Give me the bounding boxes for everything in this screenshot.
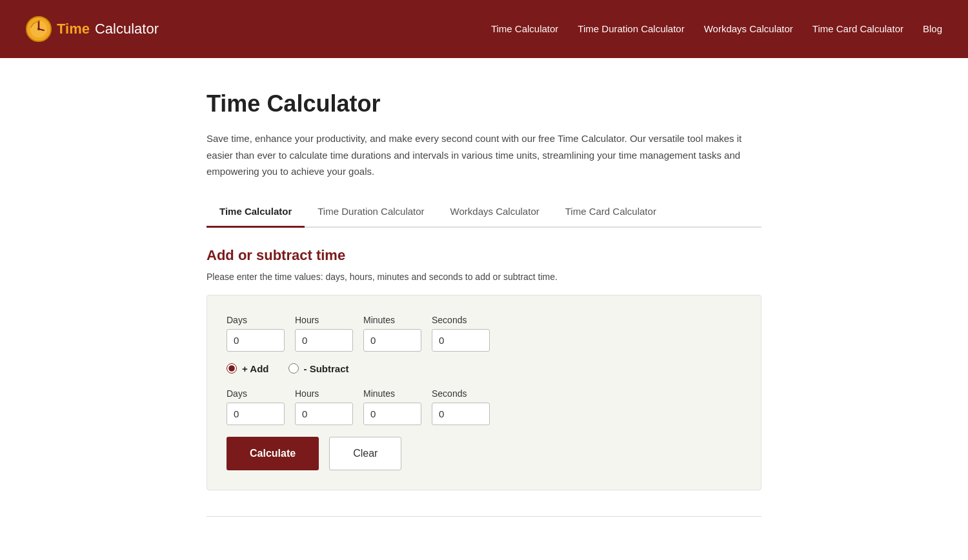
fields-row-1: Days Hours Minutes Seconds [227,315,741,352]
hours-input-1[interactable] [295,329,353,352]
radio-subtract-label: - Subtract [304,363,349,374]
minutes-input-1[interactable] [363,329,421,352]
seconds-label-2: Seconds [432,388,490,399]
nav-link-time-duration[interactable]: Time Duration Calculator [578,23,684,34]
field-days-2: Days [227,388,285,425]
nav-link-time-calculator[interactable]: Time Calculator [491,23,558,34]
hours-input-2[interactable] [295,403,353,425]
seconds-label-1: Seconds [432,315,490,325]
field-minutes-1: Minutes [363,315,421,352]
minutes-label-2: Minutes [363,388,421,399]
days-label-1: Days [227,315,285,325]
radio-add-option[interactable]: + Add [227,363,269,374]
logo-text-time: Time [57,21,90,37]
radio-add[interactable] [227,363,237,374]
radio-add-label: + Add [242,363,269,374]
nav-link-blog[interactable]: Blog [923,23,942,34]
calculator-box: Days Hours Minutes Seconds + Add [207,295,761,490]
logo[interactable]: Time Calculator [26,16,159,42]
radio-subtract[interactable] [288,363,299,374]
seconds-input-2[interactable] [432,403,490,425]
field-seconds-2: Seconds [432,388,490,425]
field-hours-2: Hours [295,388,353,425]
field-minutes-2: Minutes [363,388,421,425]
fields-row-2: Days Hours Minutes Seconds [227,388,741,425]
minutes-input-2[interactable] [363,403,421,425]
field-hours-1: Hours [295,315,353,352]
field-seconds-1: Seconds [432,315,490,352]
tab-workdays[interactable]: Workdays Calculator [438,199,552,228]
hours-label-2: Hours [295,388,353,399]
radio-row: + Add - Subtract [227,363,741,374]
logo-icon [26,16,52,42]
days-input-2[interactable] [227,403,285,425]
main-content: Time Calculator Save time, enhance your … [194,58,774,543]
days-input-1[interactable] [227,329,285,352]
minutes-label-1: Minutes [363,315,421,325]
section-description: Please enter the time values: days, hour… [207,272,761,282]
navbar: Time Calculator Time Calculator Time Dur… [0,0,968,58]
days-label-2: Days [227,388,285,399]
page-description: Save time, enhance your productivity, an… [207,130,761,180]
radio-subtract-option[interactable]: - Subtract [288,363,349,374]
field-days-1: Days [227,315,285,352]
section-title: Add or subtract time [207,247,761,264]
nav-links: Time Calculator Time Duration Calculator… [491,23,942,35]
logo-text-calc: Calculator [95,21,159,37]
clear-button[interactable]: Clear [329,437,401,470]
calculate-button[interactable]: Calculate [227,437,319,470]
svg-point-4 [37,28,40,30]
page-title: Time Calculator [207,90,761,117]
bottom-divider [207,516,761,517]
tab-time-calculator[interactable]: Time Calculator [207,199,305,228]
nav-link-workdays[interactable]: Workdays Calculator [704,23,793,34]
tab-bar: Time Calculator Time Duration Calculator… [207,199,761,228]
button-row: Calculate Clear [227,437,741,470]
seconds-input-1[interactable] [432,329,490,352]
nav-link-time-card[interactable]: Time Card Calculator [812,23,903,34]
tab-time-duration[interactable]: Time Duration Calculator [305,199,437,228]
tab-time-card[interactable]: Time Card Calculator [552,199,669,228]
hours-label-1: Hours [295,315,353,325]
